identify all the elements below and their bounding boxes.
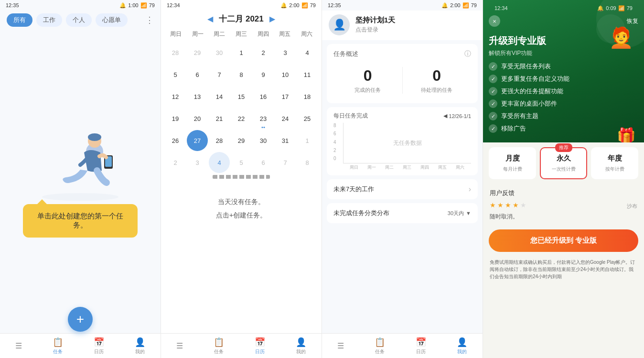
cal-day-13[interactable]: 13	[187, 86, 208, 107]
plan-monthly[interactable]: 月度 每月计费	[489, 147, 536, 179]
nav-hamburger-3[interactable]: ☰	[337, 341, 344, 350]
cal-day-4b[interactable]: 4	[209, 152, 230, 173]
p1-empty-content: 单击此处创建您的第一个任务。	[0, 32, 161, 333]
cal-day-25[interactable]: 25	[297, 108, 318, 129]
cal-day-22[interactable]: 22	[231, 108, 252, 129]
nav-tasks-label-2: 任务	[214, 348, 224, 355]
cal-day-1b[interactable]: 1	[297, 130, 318, 151]
cal-day-30[interactable]: 30	[253, 130, 274, 151]
cal-day-24[interactable]: 24	[275, 108, 296, 129]
cal-day-2b[interactable]: 2	[165, 152, 186, 173]
feature-text-4: 更丰富的桌面小部件	[501, 99, 557, 108]
cal-day-1[interactable]: 1	[231, 42, 252, 63]
cal-day-28a[interactable]: 28	[165, 42, 186, 63]
cal-day-26[interactable]: 26	[165, 130, 186, 151]
filter-all[interactable]: 所有	[7, 13, 32, 27]
profile-icon-2: 👤	[296, 337, 306, 347]
panel-vip: 12:34 🔔 0:09 📶 79 × 恢复 升级到专业版 解锁所有VIP功能 …	[483, 0, 644, 358]
time-3: 12:35	[328, 2, 341, 8]
cal-day-11[interactable]: 11	[297, 64, 318, 85]
cal-day-4[interactable]: 4	[297, 42, 318, 63]
p2-empty: 当天没有任务。 点击+创建任务。	[161, 181, 322, 333]
feature-text-3: 更强大的任务提醒功能	[501, 87, 563, 96]
cal-day-17[interactable]: 17	[275, 86, 296, 107]
cal-next-btn[interactable]: ▶	[269, 14, 275, 23]
feedback-header: ★ ★ ★ ★ ★ 沙布	[490, 201, 637, 211]
vip-close-btn[interactable]: ×	[489, 15, 500, 27]
week-thu: 周四	[252, 28, 274, 40]
cal-day-8[interactable]: 8	[231, 64, 252, 85]
profile-icon-3: 👤	[457, 337, 467, 347]
nav-hamburger-2[interactable]: ☰	[176, 341, 183, 350]
star-4: ★	[513, 201, 519, 209]
cal-day-9[interactable]: 9	[253, 64, 274, 85]
filter-header: 所有 工作 个人 心愿单 ⋮	[0, 11, 161, 32]
signal-2: 2:00	[289, 2, 299, 8]
chart-x-labels: 周日 周一 周二 周三 周四 周五 周六	[343, 164, 471, 171]
add-task-fab[interactable]: +	[68, 307, 93, 332]
task-overview-section: 任务概述 ⓘ 0 完成的任务 0 待处理的任务	[327, 44, 478, 103]
plan-yearly[interactable]: 年度 按年计费	[591, 147, 638, 179]
nav-profile-1[interactable]: 👤 我的	[135, 337, 145, 355]
feature-6: ✓ 移除广告	[489, 124, 638, 133]
cal-day-5[interactable]: 5	[165, 64, 186, 85]
info-icon[interactable]: ⓘ	[464, 50, 471, 58]
task-dist-badge[interactable]: 30天内 ▼	[448, 210, 471, 217]
feature-5: ✓ 享受所有主题	[489, 112, 638, 120]
nav-hamburger-1[interactable]: ☰	[15, 341, 22, 350]
task-overview-title: 任务概述 ⓘ	[333, 50, 471, 58]
nav-tasks-3[interactable]: 📋 任务	[375, 337, 385, 355]
cal-day-30a[interactable]: 30	[209, 42, 230, 63]
bell-icon-2: 🔔	[280, 2, 287, 9]
filter-work[interactable]: 工作	[36, 13, 62, 27]
check-icon-3: ✓	[489, 87, 497, 96]
cal-day-5b[interactable]: 5	[231, 152, 252, 173]
cal-prev-btn[interactable]: ◀	[207, 14, 213, 23]
cal-day-3[interactable]: 3	[275, 42, 296, 63]
future-work-row[interactable]: 未来7天的工作 ›	[327, 179, 478, 199]
nav-calendar-3[interactable]: 📅 日历	[416, 337, 426, 355]
cal-day-28b[interactable]: 28	[209, 130, 230, 151]
cal-day-14[interactable]: 14	[209, 86, 230, 107]
vip-features: ✓ 享受无限任务列表 ✓ 更多重复任务自定义功能 ✓ 更强大的任务提醒功能 ✓ …	[489, 62, 638, 133]
cal-day-18[interactable]: 18	[297, 86, 318, 107]
cal-day-31[interactable]: 31	[275, 130, 296, 151]
filter-wishlist[interactable]: 心愿单	[96, 13, 128, 27]
nav-profile-3[interactable]: 👤 我的	[457, 337, 467, 355]
feature-text-6: 移除广告	[501, 124, 526, 133]
cal-day-8b[interactable]: 8	[297, 152, 318, 173]
cal-day-12[interactable]: 12	[165, 86, 186, 107]
plan-lifetime[interactable]: 推荐 永久 一次性计费	[540, 147, 587, 179]
nav-calendar-label-1: 日历	[94, 348, 104, 355]
chart-prev-icon[interactable]: ◀	[443, 113, 447, 119]
cal-day-6[interactable]: 6	[187, 64, 208, 85]
cal-day-23[interactable]: 23	[253, 108, 274, 129]
cal-day-19[interactable]: 19	[165, 108, 186, 129]
cal-day-29b[interactable]: 29	[231, 130, 252, 151]
cal-day-20[interactable]: 20	[187, 108, 208, 129]
cal-day-21[interactable]: 21	[209, 108, 230, 129]
cal-day-7b[interactable]: 7	[275, 152, 296, 173]
task-dist-row[interactable]: 未完成任务分类分布 30天内 ▼	[327, 203, 478, 223]
profile-section[interactable]: 👤 坚持计划1天 点击登录	[322, 11, 483, 40]
cal-day-16[interactable]: 16	[253, 86, 274, 107]
filter-more-btn[interactable]: ⋮	[145, 15, 154, 25]
cal-day-7[interactable]: 7	[209, 64, 230, 85]
cal-day-3b[interactable]: 3	[187, 152, 208, 173]
hint-bubble[interactable]: 单击此处创建您的第一个任务。	[23, 204, 138, 238]
cal-day-2[interactable]: 2	[253, 42, 274, 63]
cal-day-27-today[interactable]: 27	[187, 130, 208, 151]
nav-calendar-2[interactable]: 📅 日历	[255, 337, 265, 355]
nav-calendar-1[interactable]: 📅 日历	[94, 337, 104, 355]
chart-date-nav[interactable]: ◀ 12/26-1/1	[443, 113, 471, 119]
cal-day-29a[interactable]: 29	[187, 42, 208, 63]
cal-day-10[interactable]: 10	[275, 64, 296, 85]
nav-profile-2[interactable]: 👤 我的	[296, 337, 306, 355]
nav-tasks-1[interactable]: 📋 任务	[53, 337, 63, 355]
filter-personal[interactable]: 个人	[66, 13, 92, 27]
cal-day-15[interactable]: 15	[231, 86, 252, 107]
nav-tasks-2[interactable]: 📋 任务	[214, 337, 224, 355]
cal-day-6b[interactable]: 6	[253, 152, 274, 173]
vip-cta-btn[interactable]: 您已经升级到 专业版	[489, 229, 638, 252]
pending-stat: 0 待处理的任务	[403, 63, 472, 98]
